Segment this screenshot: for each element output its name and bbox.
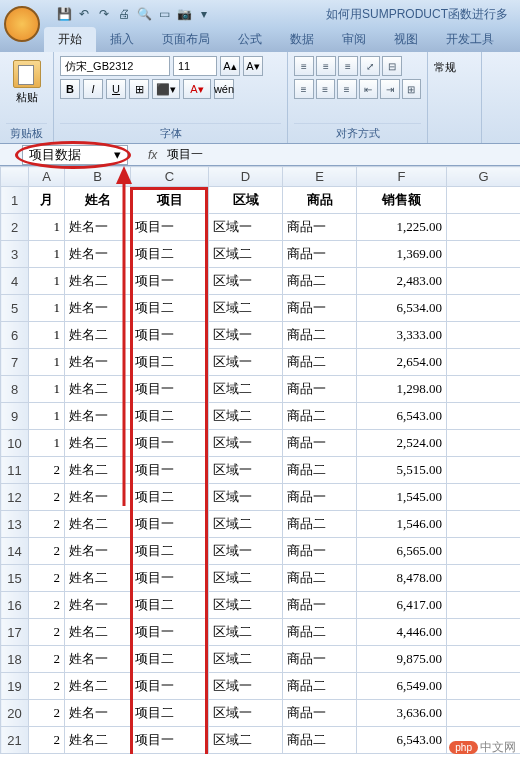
row-header[interactable]: 11 (1, 457, 29, 484)
tab-formulas[interactable]: 公式 (224, 27, 276, 52)
row-header[interactable]: 12 (1, 484, 29, 511)
cell-month[interactable]: 2 (29, 511, 65, 538)
cell-project[interactable]: 项目一 (131, 376, 209, 403)
cell-product[interactable]: 商品一 (283, 214, 357, 241)
align-right-icon[interactable]: ≡ (337, 79, 357, 99)
cell-month[interactable]: 2 (29, 619, 65, 646)
header-project[interactable]: 项目 (131, 187, 209, 214)
col-header-e[interactable]: E (283, 167, 357, 187)
cell-sales[interactable]: 8,478.00 (357, 565, 447, 592)
new-icon[interactable]: ▭ (156, 6, 172, 22)
cell-name[interactable]: 姓名二 (65, 673, 131, 700)
cell-region[interactable]: 区域二 (209, 241, 283, 268)
cell-name[interactable]: 姓名一 (65, 700, 131, 727)
camera-icon[interactable]: 📷 (176, 6, 192, 22)
row-header[interactable]: 18 (1, 646, 29, 673)
col-header-c[interactable]: C (131, 167, 209, 187)
cell-sales[interactable]: 4,446.00 (357, 619, 447, 646)
font-color-button[interactable]: A▾ (183, 79, 211, 99)
cell-region[interactable]: 区域二 (209, 565, 283, 592)
cell-sales[interactable]: 2,483.00 (357, 268, 447, 295)
redo-icon[interactable]: ↷ (96, 6, 112, 22)
cell-name[interactable]: 姓名一 (65, 592, 131, 619)
cell-region[interactable]: 区域二 (209, 403, 283, 430)
row-header[interactable]: 8 (1, 376, 29, 403)
cell[interactable] (447, 187, 521, 214)
cell-sales[interactable]: 9,875.00 (357, 646, 447, 673)
cell-name[interactable]: 姓名一 (65, 538, 131, 565)
cell-month[interactable]: 1 (29, 241, 65, 268)
row-header[interactable]: 7 (1, 349, 29, 376)
cell-month[interactable]: 2 (29, 484, 65, 511)
cell-name[interactable]: 姓名二 (65, 268, 131, 295)
cell-sales[interactable]: 2,654.00 (357, 349, 447, 376)
cell-month[interactable]: 2 (29, 673, 65, 700)
row-header[interactable]: 15 (1, 565, 29, 592)
font-size-input[interactable] (173, 56, 217, 76)
row-header[interactable]: 21 (1, 727, 29, 754)
header-month[interactable]: 月 (29, 187, 65, 214)
formula-input[interactable] (163, 145, 520, 165)
cell[interactable] (447, 268, 521, 295)
cell-sales[interactable]: 5,515.00 (357, 457, 447, 484)
row-header[interactable]: 10 (1, 430, 29, 457)
row-header[interactable]: 3 (1, 241, 29, 268)
cell-name[interactable]: 姓名二 (65, 457, 131, 484)
cell-month[interactable]: 1 (29, 349, 65, 376)
fill-color-button[interactable]: ⬛▾ (152, 79, 180, 99)
cell-month[interactable]: 2 (29, 457, 65, 484)
border-button[interactable]: ⊞ (129, 79, 149, 99)
cell-name[interactable]: 姓名二 (65, 511, 131, 538)
cell-sales[interactable]: 6,565.00 (357, 538, 447, 565)
cell-region[interactable]: 区域二 (209, 646, 283, 673)
cell[interactable] (447, 538, 521, 565)
cell-month[interactable]: 2 (29, 592, 65, 619)
cell-region[interactable]: 区域一 (209, 700, 283, 727)
font-name-input[interactable] (60, 56, 170, 76)
cell[interactable] (447, 619, 521, 646)
cell-product[interactable]: 商品二 (283, 619, 357, 646)
align-bottom-icon[interactable]: ≡ (338, 56, 358, 76)
indent-inc-icon[interactable]: ⇥ (380, 79, 400, 99)
grid[interactable]: A B C D E F G 1 月 姓名 项目 区域 商品 销售额 2 1 姓名… (0, 166, 520, 754)
cell-region[interactable]: 区域二 (209, 511, 283, 538)
cell-month[interactable]: 2 (29, 565, 65, 592)
header-name[interactable]: 姓名 (65, 187, 131, 214)
cell-month[interactable]: 2 (29, 538, 65, 565)
cell-product[interactable]: 商品一 (283, 430, 357, 457)
cell-sales[interactable]: 1,298.00 (357, 376, 447, 403)
cell[interactable] (447, 511, 521, 538)
cell-region[interactable]: 区域一 (209, 673, 283, 700)
select-all-corner[interactable] (1, 167, 29, 187)
preview-icon[interactable]: 🔍 (136, 6, 152, 22)
row-header[interactable]: 16 (1, 592, 29, 619)
cell-month[interactable]: 2 (29, 727, 65, 754)
cell-product[interactable]: 商品一 (283, 484, 357, 511)
print-icon[interactable]: 🖨 (116, 6, 132, 22)
cell[interactable] (447, 241, 521, 268)
align-top-icon[interactable]: ≡ (294, 56, 314, 76)
cell-project[interactable]: 项目一 (131, 673, 209, 700)
cell-project[interactable]: 项目二 (131, 646, 209, 673)
cell-name[interactable]: 姓名一 (65, 214, 131, 241)
cell-project[interactable]: 项目一 (131, 727, 209, 754)
cell-name[interactable]: 姓名二 (65, 619, 131, 646)
cell-month[interactable]: 1 (29, 268, 65, 295)
row-header[interactable]: 9 (1, 403, 29, 430)
cell-sales[interactable]: 3,333.00 (357, 322, 447, 349)
cell-name[interactable]: 姓名一 (65, 646, 131, 673)
cell[interactable] (447, 673, 521, 700)
cell[interactable] (447, 484, 521, 511)
cell-project[interactable]: 项目一 (131, 214, 209, 241)
tab-data[interactable]: 数据 (276, 27, 328, 52)
paste-button[interactable]: 粘贴 (6, 56, 47, 105)
cell-product[interactable]: 商品二 (283, 727, 357, 754)
cell-name[interactable]: 姓名一 (65, 349, 131, 376)
cell-sales[interactable]: 1,546.00 (357, 511, 447, 538)
cell[interactable] (447, 700, 521, 727)
cell-product[interactable]: 商品一 (283, 538, 357, 565)
cell-name[interactable]: 姓名一 (65, 295, 131, 322)
row-header[interactable]: 14 (1, 538, 29, 565)
fx-icon[interactable]: fx (148, 148, 157, 162)
cell-project[interactable]: 项目二 (131, 349, 209, 376)
